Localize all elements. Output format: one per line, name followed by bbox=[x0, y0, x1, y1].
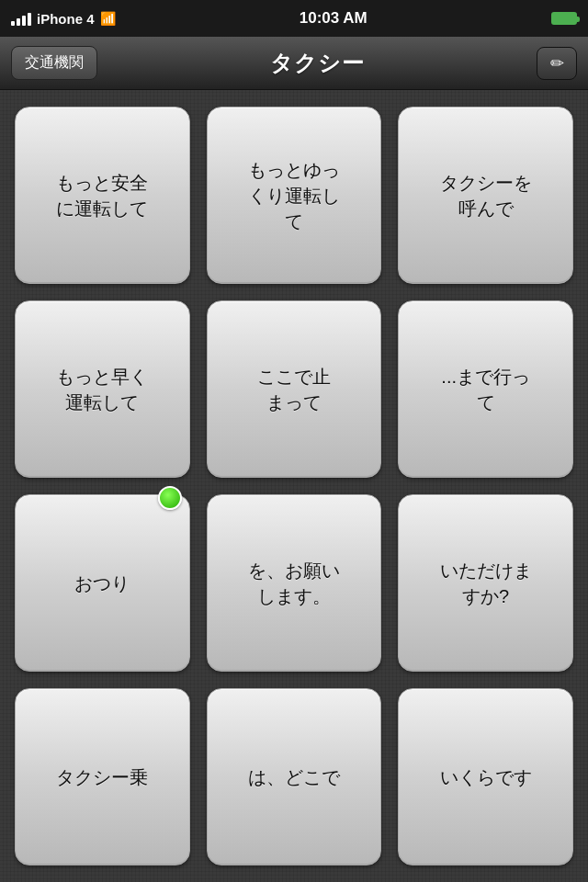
phrase-button-9[interactable]: いただけま すか? bbox=[398, 494, 573, 672]
back-button[interactable]: 交通機関 bbox=[11, 46, 97, 80]
nav-bar: 交通機関 タクシー ✏ bbox=[0, 37, 588, 90]
phrase-button-7[interactable]: おつり bbox=[15, 494, 190, 672]
signal-icon bbox=[11, 11, 31, 26]
phrase-button-5[interactable]: ここで止 まって bbox=[207, 300, 382, 478]
edit-button[interactable]: ✏ bbox=[537, 47, 577, 80]
battery-icon bbox=[551, 12, 577, 25]
device-name: iPhone 4 bbox=[37, 11, 95, 27]
nav-title: タクシー bbox=[270, 49, 365, 78]
phrase-button-6[interactable]: ...まで行っ て bbox=[398, 300, 573, 478]
phrase-button-11[interactable]: は、どこで bbox=[207, 688, 382, 865]
pencil-icon: ✏ bbox=[550, 53, 564, 74]
phrase-button-12[interactable]: いくらです bbox=[398, 688, 573, 865]
active-indicator bbox=[158, 486, 182, 510]
phrase-button-2[interactable]: もっとゆっ くり運転し て bbox=[207, 107, 382, 284]
phrase-grid: もっと安全 に運転して もっとゆっ くり運転し て タクシーを 呼んで もっと早… bbox=[0, 90, 588, 882]
phrase-button-4[interactable]: もっと早く 運転して bbox=[15, 300, 190, 478]
status-time: 10:03 AM bbox=[300, 9, 368, 28]
status-left: iPhone 4 📶 bbox=[11, 11, 116, 27]
phrase-button-1[interactable]: もっと安全 に運転して bbox=[15, 107, 190, 284]
phrase-button-10[interactable]: タクシー乗 bbox=[15, 688, 190, 865]
status-bar: iPhone 4 📶 10:03 AM bbox=[0, 0, 588, 37]
status-right bbox=[551, 12, 577, 25]
wifi-icon: 📶 bbox=[100, 11, 116, 26]
phrase-button-3[interactable]: タクシーを 呼んで bbox=[398, 107, 573, 284]
phrase-button-8[interactable]: を、お願い します。 bbox=[207, 494, 382, 672]
